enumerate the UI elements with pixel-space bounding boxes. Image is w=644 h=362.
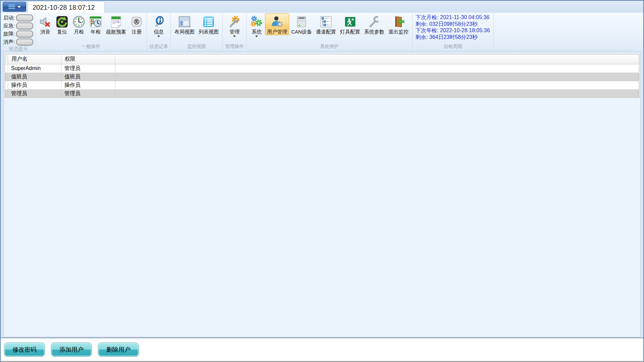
cell-username[interactable]: 值班员 bbox=[8, 73, 61, 81]
table-row[interactable]: 管理员 管理员 bbox=[5, 89, 639, 98]
user-management-icon bbox=[271, 15, 283, 28]
list-view-button[interactable]: 列表视图 bbox=[197, 13, 221, 35]
tab-title: 2021-10-28 18:07:12 bbox=[33, 4, 95, 11]
table-row[interactable]: 操作员 操作员 bbox=[5, 81, 639, 89]
button-label: 通道配置 bbox=[316, 29, 336, 35]
system-params-button[interactable]: 系统参数 bbox=[362, 13, 386, 35]
title-bar: 2021-10-28 18:07:12 bbox=[1, 1, 643, 13]
chevron-down-icon bbox=[255, 36, 258, 37]
button-label: 复位 bbox=[57, 29, 67, 35]
button-label: CAN设备 bbox=[291, 29, 312, 35]
cell-username[interactable]: 操作员 bbox=[8, 81, 61, 89]
ribbon-group-manage: 管理 管理操作 bbox=[223, 13, 247, 51]
channel-config-icon bbox=[320, 15, 332, 28]
emergency-indicator-light bbox=[16, 22, 33, 29]
can-device-button[interactable]: CAN设备 bbox=[289, 13, 314, 35]
register-button[interactable]: ® 注册 bbox=[128, 13, 145, 35]
exit-monitor-door-icon bbox=[392, 15, 405, 28]
button-label: 列表视图 bbox=[199, 29, 219, 35]
system-params-wrench-icon bbox=[368, 15, 381, 28]
layout-view-button[interactable]: 布局视图 bbox=[172, 13, 197, 35]
cell-filler bbox=[115, 64, 639, 73]
app-window: 2021-10-28 18:07:12 启动: 应急: 故障: bbox=[0, 0, 644, 362]
ribbon-spacer bbox=[494, 13, 643, 51]
annual-check-button[interactable]: 年检 bbox=[87, 13, 104, 35]
can-device-icon bbox=[295, 15, 308, 28]
info-dropdown-button[interactable]: 信息 bbox=[150, 13, 167, 38]
annual-check-calendar-icon bbox=[89, 15, 102, 28]
status-label: 故障: bbox=[3, 31, 15, 37]
reset-button[interactable]: 复位 bbox=[54, 13, 70, 35]
button-label: 月检 bbox=[74, 29, 84, 35]
table-header-row: 用户名 权限 bbox=[5, 54, 639, 64]
app-menu-button[interactable] bbox=[3, 2, 26, 12]
button-label: 信息 bbox=[154, 29, 164, 35]
ribbon-group-general: 消音 复位 bbox=[35, 13, 147, 51]
status-row-emergency: 应急: bbox=[3, 22, 33, 29]
ribbon-group-info-log: 信息 信息记录 bbox=[147, 13, 171, 51]
cell-role[interactable]: 管理员 bbox=[61, 64, 115, 73]
next-annual-check: 下次年检: 2022-10-28 18:05:36 bbox=[416, 27, 490, 34]
status-label: 应急: bbox=[3, 23, 15, 29]
exit-monitor-button[interactable]: 退出监控 bbox=[386, 13, 411, 35]
change-password-button[interactable]: 修改密码 bbox=[4, 343, 45, 357]
system-gears-icon bbox=[250, 15, 263, 28]
evacuation-plan-button[interactable]: 疏散预案 bbox=[104, 13, 128, 35]
monthly-check-button[interactable]: 月检 bbox=[70, 13, 87, 35]
cell-filler bbox=[115, 89, 639, 98]
button-label: 用户管理 bbox=[267, 29, 287, 35]
channel-config-button[interactable]: 通道配置 bbox=[314, 13, 338, 35]
delete-user-button[interactable]: 删除用户 bbox=[98, 343, 139, 357]
ribbon-group-status: 启动: 应急: 故障: 消声: bbox=[1, 13, 35, 51]
status-label: 启动: bbox=[3, 15, 15, 21]
group-label-manage: 管理操作 bbox=[224, 43, 245, 51]
reset-icon bbox=[56, 15, 68, 28]
row-selector[interactable] bbox=[5, 64, 8, 73]
tab-current-time[interactable]: 2021-10-28 18:07:12 bbox=[28, 1, 105, 13]
group-label-system-maint: 系统维护 bbox=[248, 43, 411, 51]
button-label: 年检 bbox=[91, 29, 101, 35]
column-header-username[interactable]: 用户名 bbox=[8, 54, 61, 64]
manage-gear-wrench-icon bbox=[228, 15, 241, 28]
status-row-start: 启动: bbox=[3, 14, 33, 21]
fault-indicator-light bbox=[16, 31, 33, 38]
chevron-down-icon bbox=[157, 36, 160, 37]
group-label-general: 一般操作 bbox=[37, 43, 145, 51]
row-selector[interactable] bbox=[5, 73, 8, 81]
ribbon-group-views: 布局视图 列表视图 监控视图 bbox=[171, 13, 223, 51]
start-indicator-light bbox=[16, 14, 33, 21]
self-check-info: 下次月检: 2021-11-30 04:05:36 剩余: 032日09时58分… bbox=[414, 13, 492, 40]
button-label: 系统参数 bbox=[364, 29, 384, 35]
manage-dropdown-button[interactable]: 管理 bbox=[226, 13, 243, 38]
cell-filler bbox=[115, 81, 639, 89]
user-table: 用户名 权限 SuperAdmin 管理员 值班员 值班员 操作员 操作员 bbox=[5, 54, 639, 98]
cell-role[interactable]: 操作员 bbox=[61, 81, 115, 89]
row-selector[interactable] bbox=[5, 81, 8, 89]
row-selector[interactable] bbox=[5, 89, 8, 98]
user-management-button[interactable]: 用户管理 bbox=[265, 13, 289, 35]
main-content: 用户名 权限 SuperAdmin 管理员 值班员 值班员 操作员 操作员 bbox=[3, 52, 641, 337]
table-row[interactable]: SuperAdmin 管理员 bbox=[5, 64, 639, 73]
cell-username[interactable]: SuperAdmin bbox=[8, 64, 61, 73]
button-label: 布局视图 bbox=[174, 29, 195, 35]
button-label: 系统 bbox=[252, 29, 262, 35]
cell-role[interactable]: 管理员 bbox=[61, 89, 115, 98]
group-label-views: 监控视图 bbox=[172, 43, 221, 51]
ribbon-group-system-maint: 系统 用户管理 bbox=[247, 13, 413, 51]
lamp-config-button[interactable]: 灯具配置 bbox=[338, 13, 362, 35]
column-header-role[interactable]: 权限 bbox=[61, 54, 115, 64]
svg-text:®: ® bbox=[133, 17, 140, 26]
status-row-fault: 故障: bbox=[3, 31, 33, 38]
cell-role[interactable]: 值班员 bbox=[61, 73, 115, 81]
cell-username[interactable]: 管理员 bbox=[8, 89, 61, 98]
status-row-silence: 消声: bbox=[3, 39, 33, 46]
mute-button[interactable]: 消音 bbox=[37, 13, 54, 35]
annual-remaining: 剩余: 364日23时58分23秒 bbox=[416, 34, 490, 41]
button-label: 疏散预案 bbox=[106, 29, 126, 35]
mute-speaker-icon bbox=[39, 15, 52, 28]
system-dropdown-button[interactable]: 系统 bbox=[248, 13, 265, 38]
button-label: 管理 bbox=[229, 29, 239, 35]
silence-indicator-light bbox=[16, 39, 33, 46]
table-row[interactable]: 值班员 值班员 bbox=[5, 73, 639, 81]
add-user-button[interactable]: 添加用户 bbox=[51, 343, 92, 357]
